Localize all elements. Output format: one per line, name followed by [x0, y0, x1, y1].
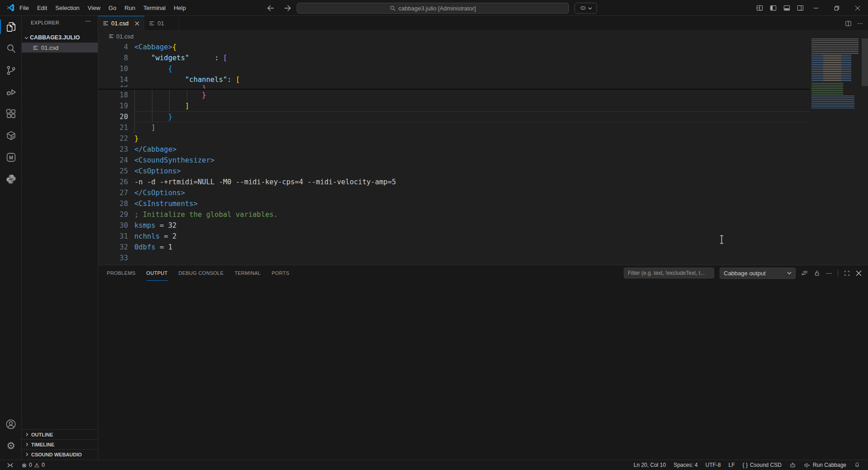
- code-line-18[interactable]: 18 }: [98, 90, 810, 101]
- indent-guide: [187, 90, 187, 101]
- code-line-30[interactable]: 30ksmps = 32: [98, 220, 810, 231]
- code-line-25[interactable]: 25<CsOptions>: [98, 166, 810, 177]
- panel-tab-problems[interactable]: PROBLEMS: [107, 265, 136, 281]
- minimize-button[interactable]: [806, 0, 826, 16]
- code-line-20[interactable]: 20 }: [98, 111, 810, 122]
- code-line-29[interactable]: 29; Initialize the global variables.: [98, 209, 810, 220]
- line-number: 18: [98, 90, 134, 101]
- more-actions-icon[interactable]: ⋯: [85, 18, 91, 24]
- code-content: {: [134, 63, 810, 74]
- scrollbar[interactable]: [862, 38, 868, 86]
- code-line-19[interactable]: 19 ]: [98, 101, 810, 111]
- panel-tab-ports[interactable]: PORTS: [271, 265, 289, 281]
- toggle-panel-icon[interactable]: [782, 3, 792, 13]
- menu-file[interactable]: File: [15, 3, 33, 13]
- customize-layout-icon[interactable]: [754, 3, 765, 13]
- language-mode[interactable]: { } Csound CSD: [740, 460, 785, 470]
- close-tab-icon[interactable]: [135, 21, 139, 26]
- activity-settings[interactable]: ⚙: [0, 435, 22, 457]
- menu-edit[interactable]: Edit: [33, 3, 51, 13]
- code-line-21[interactable]: 21 ]: [98, 122, 810, 133]
- code-content: -n -d -+rtmidi=NULL -M0 --midi-key-cps=4…: [134, 177, 810, 187]
- warning-icon: ⚠: [34, 462, 40, 469]
- code-line-32[interactable]: 320dbfs = 1: [98, 242, 810, 253]
- code-line-14[interactable]: 14 "channels": [: [98, 74, 810, 85]
- close-window-button[interactable]: [847, 0, 868, 16]
- speaker-mute-icon: [804, 462, 811, 468]
- tab-01[interactable]: 01: [144, 16, 179, 31]
- clear-output-icon[interactable]: [801, 270, 808, 277]
- menu-run[interactable]: Run: [120, 3, 139, 13]
- panel-tab-debug-console[interactable]: DEBUG CONSOLE: [179, 265, 224, 281]
- code-line-33[interactable]: 33: [98, 253, 810, 264]
- indent-guide: [134, 90, 135, 101]
- remote-indicator[interactable]: [4, 460, 17, 470]
- minimap[interactable]: [810, 38, 862, 109]
- notifications-bell[interactable]: [851, 460, 863, 470]
- activity-m-extension[interactable]: M: [0, 146, 22, 168]
- section-timeline[interactable]: TIMELINE: [22, 439, 98, 449]
- code-line-27[interactable]: 27</CsOptions>: [98, 187, 810, 198]
- copilot-status[interactable]: [786, 460, 799, 470]
- code-line-22[interactable]: 22}: [98, 133, 810, 144]
- forward-arrow-icon[interactable]: [282, 4, 293, 12]
- section-outline[interactable]: OUTLINE: [22, 429, 98, 439]
- output-filter-input[interactable]: [624, 268, 714, 278]
- output-content[interactable]: [98, 281, 868, 460]
- panel-tab-terminal[interactable]: TERMINAL: [234, 265, 261, 281]
- activity-run-debug[interactable]: [0, 81, 22, 103]
- activity-python[interactable]: [0, 168, 22, 190]
- file-row-selected[interactable]: 01.csd: [22, 43, 98, 53]
- activity-accounts[interactable]: [0, 413, 22, 435]
- breadcrumb[interactable]: 01.csd: [98, 31, 868, 42]
- code-content: [134, 253, 810, 264]
- maximize-panel-icon[interactable]: [844, 270, 850, 277]
- code-line-15[interactable]: 15 {: [98, 85, 810, 89]
- toggle-secondary-sidebar-icon[interactable]: [795, 3, 806, 13]
- indentation[interactable]: Spaces: 4: [670, 460, 701, 470]
- activity-search[interactable]: [0, 38, 22, 59]
- more-actions-icon[interactable]: ⋯: [826, 270, 832, 277]
- menu-view[interactable]: View: [84, 3, 104, 13]
- cursor-position[interactable]: Ln 20, Col 10: [631, 460, 669, 470]
- menu-selection[interactable]: Selection: [51, 3, 83, 13]
- folder-row[interactable]: CABBAGE3.JULIO: [22, 33, 98, 43]
- code-line-31[interactable]: 31nchnls = 2: [98, 231, 810, 242]
- menu-help[interactable]: Help: [170, 3, 190, 13]
- unlock-icon[interactable]: [814, 270, 821, 277]
- eol-sequence[interactable]: LF: [726, 460, 738, 470]
- problems-status[interactable]: ⊗ 0 ⚠ 0: [19, 460, 48, 470]
- code-line-28[interactable]: 28<CsInstruments>: [98, 198, 810, 209]
- code-area[interactable]: 4<Cabbage>{8 "widgets" : [10 {14 "channe…: [98, 42, 810, 264]
- split-editor-icon[interactable]: [845, 20, 852, 27]
- back-arrow-icon[interactable]: [265, 4, 276, 12]
- code-line-23[interactable]: 23</Cabbage>: [98, 144, 810, 155]
- encoding[interactable]: UTF-8: [702, 460, 724, 470]
- activity-containers[interactable]: [0, 125, 22, 146]
- code-line-8[interactable]: 8 "widgets" : [: [98, 53, 810, 63]
- section-csound-webaudio[interactable]: CSOUND WEBAUDIO: [22, 449, 98, 459]
- code-line-4[interactable]: 4<Cabbage>{: [98, 42, 810, 53]
- line-number: 23: [98, 144, 134, 155]
- output-channel-select[interactable]: Cabbage output: [720, 268, 796, 279]
- activity-source-control[interactable]: [0, 59, 22, 81]
- command-center-search[interactable]: cabbage3.julio [Administrator]: [297, 3, 569, 14]
- activity-extensions[interactable]: [0, 103, 22, 125]
- run-cabbage[interactable]: Run Cabbage: [801, 460, 849, 470]
- copilot-button[interactable]: [574, 3, 597, 14]
- code-line-26[interactable]: 26-n -d -+rtmidi=NULL -M0 --midi-key-cps…: [98, 177, 810, 187]
- code-line-10[interactable]: 10 {: [98, 63, 810, 74]
- tab-01csd[interactable]: 01.csd: [98, 16, 144, 31]
- restore-button[interactable]: [826, 0, 847, 16]
- menu-terminal[interactable]: Terminal: [139, 3, 170, 13]
- code-line-24[interactable]: 24<CsoundSynthesizer>: [98, 155, 810, 166]
- more-actions-icon[interactable]: ⋯: [857, 20, 863, 27]
- menu-go[interactable]: Go: [104, 3, 120, 13]
- close-panel-icon[interactable]: [856, 270, 862, 276]
- error-count: 0: [29, 462, 32, 468]
- sidebar-title: EXPLORER: [31, 20, 59, 25]
- panel-tab-output[interactable]: OUTPUT: [147, 265, 168, 281]
- activity-explorer[interactable]: [0, 16, 22, 38]
- section-label: TIMELINE: [31, 442, 54, 447]
- toggle-primary-sidebar-icon[interactable]: [768, 3, 778, 13]
